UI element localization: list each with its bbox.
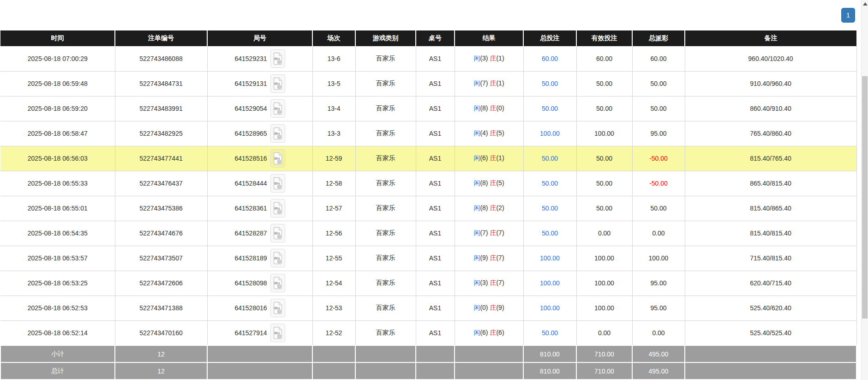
- table-row[interactable]: 2025-08-18 06:53:57522743473507641528189…: [0, 246, 856, 271]
- round-group: 641529054: [234, 99, 285, 118]
- cell-bet-id: 522743482925: [115, 121, 207, 146]
- table-row[interactable]: 2025-08-18 06:58:47522743482925641528965…: [0, 121, 856, 146]
- cell-bet-id: 522743484731: [115, 71, 207, 96]
- scrollbar-thumb[interactable]: [862, 76, 868, 319]
- cell-session: 12-54: [312, 271, 355, 296]
- cell-remark: 715.40/815.40: [685, 246, 856, 271]
- round-group: 641528189: [234, 249, 285, 267]
- cell-total-payout: -50.00: [632, 171, 685, 196]
- cell-total-bet: 60.00: [523, 46, 576, 71]
- video-file-icon: [273, 177, 283, 190]
- round-number: 641528516: [234, 155, 267, 162]
- result-banker-label: 庄: [490, 129, 496, 137]
- table-row[interactable]: 2025-08-18 06:55:01522743475386641528361…: [0, 196, 856, 221]
- table-footer: 小计12810.00710.00495.00总计12810.00710.0049…: [0, 345, 856, 380]
- video-file-icon: [273, 127, 283, 140]
- summary-label: 小计: [0, 345, 115, 362]
- video-file-icon: [273, 326, 283, 339]
- round-group: 641528965: [234, 124, 285, 143]
- result-banker-label: 庄: [490, 204, 496, 211]
- round-group: 641528016: [234, 299, 285, 317]
- video-replay-button[interactable]: [270, 74, 285, 93]
- summary-remark: [685, 362, 856, 380]
- cell-game-type: 百家乐: [355, 171, 416, 196]
- pagination-page-1[interactable]: 1: [841, 8, 855, 23]
- cell-session: 12-58: [312, 171, 355, 196]
- total-bet-link[interactable]: 100.00: [540, 279, 560, 287]
- bet-records-table: 时间注单编号局号场次游戏类别桌号结果总投注有效投注总派彩备注 2025-08-1…: [0, 30, 857, 380]
- vertical-scrollbar[interactable]: [861, 0, 868, 380]
- table-row[interactable]: 2025-08-18 06:53:25522743472606641528098…: [0, 271, 856, 296]
- cell-round-id: 641528516: [207, 146, 312, 171]
- round-number: 641529131: [234, 80, 267, 87]
- total-bet-link[interactable]: 50.00: [542, 205, 558, 212]
- result-player-value: (6): [480, 329, 488, 336]
- round-number: 641528016: [234, 304, 267, 312]
- total-bet-link[interactable]: 100.00: [540, 130, 560, 137]
- table-row[interactable]: 2025-08-18 06:55:33522743476437641528444…: [0, 171, 856, 196]
- table-row[interactable]: 2025-08-18 06:52:14522743470160641527914…: [0, 320, 856, 345]
- cell-total-bet: 50.00: [523, 196, 576, 221]
- scrollbar-up-arrow-icon[interactable]: [863, 2, 868, 6]
- video-replay-button[interactable]: [270, 124, 285, 143]
- video-replay-button[interactable]: [270, 324, 285, 342]
- table-row[interactable]: 2025-08-18 07:00:29522743486088641529231…: [0, 46, 856, 71]
- total-bet-link[interactable]: 100.00: [540, 304, 560, 312]
- total-bet-link[interactable]: 50.00: [542, 180, 558, 187]
- cell-table-no: AS1: [416, 146, 455, 171]
- cell-bet-id: 522743486088: [115, 46, 207, 71]
- total-bet-link[interactable]: 50.00: [542, 155, 558, 162]
- result-banker-value: (9): [496, 304, 504, 311]
- total-bet-link[interactable]: 60.00: [542, 55, 558, 62]
- cell-game-type: 百家乐: [355, 320, 416, 345]
- cell-total-bet: 50.00: [523, 146, 576, 171]
- cell-total-bet: 100.00: [523, 271, 576, 296]
- total-bet-link[interactable]: 50.00: [542, 329, 558, 337]
- cell-table-no: AS1: [416, 246, 455, 271]
- total-bet-link[interactable]: 50.00: [542, 80, 558, 87]
- cell-round-id: 641528287: [207, 221, 312, 246]
- cell-game-type: 百家乐: [355, 271, 416, 296]
- video-replay-button[interactable]: [270, 224, 285, 242]
- cell-time: 2025-08-18 06:53:57: [0, 246, 115, 271]
- summary-count: 12: [115, 345, 207, 362]
- video-replay-button[interactable]: [270, 99, 285, 118]
- summary-total-payout: 495.00: [632, 345, 685, 362]
- cell-table-no: AS1: [416, 121, 455, 146]
- topbar: 1: [0, 0, 868, 30]
- table-row[interactable]: 2025-08-18 06:54:35522743474676641528287…: [0, 221, 856, 246]
- video-replay-button[interactable]: [270, 249, 285, 267]
- video-replay-button[interactable]: [270, 149, 285, 168]
- summary-total-payout: 495.00: [632, 362, 685, 380]
- summary-empty-cell: [355, 345, 416, 362]
- cell-total-payout: 95.00: [632, 121, 685, 146]
- total-bet-link[interactable]: 50.00: [542, 229, 558, 237]
- table-row[interactable]: 2025-08-18 06:59:20522743483991641529054…: [0, 96, 856, 121]
- column-header-total-bet: 总投注: [523, 30, 576, 46]
- video-replay-button[interactable]: [270, 49, 285, 68]
- cell-result: 闲(0) 庄(9): [455, 296, 523, 320]
- video-replay-button[interactable]: [270, 274, 285, 292]
- cell-game-type: 百家乐: [355, 146, 416, 171]
- result-banker-value: (1): [496, 54, 504, 62]
- table-row[interactable]: 2025-08-18 06:56:03522743477441641528516…: [0, 146, 856, 171]
- cell-session: 13-5: [312, 71, 355, 96]
- video-replay-button[interactable]: [270, 299, 285, 317]
- total-bet-link[interactable]: 50.00: [542, 105, 558, 112]
- round-number: 641529054: [234, 105, 267, 112]
- cell-time: 2025-08-18 06:55:01: [0, 196, 115, 221]
- total-bet-link[interactable]: 100.00: [540, 254, 560, 262]
- table-row[interactable]: 2025-08-18 06:59:48522743484731641529131…: [0, 71, 856, 96]
- column-header-round-id: 局号: [207, 30, 312, 46]
- cell-total-bet: 50.00: [523, 320, 576, 345]
- result-player-label: 闲: [473, 154, 480, 162]
- round-number: 641528189: [234, 254, 267, 262]
- round-group: 641528444: [234, 174, 285, 193]
- video-replay-button[interactable]: [270, 174, 285, 193]
- cell-session: 12-55: [312, 246, 355, 271]
- video-replay-button[interactable]: [270, 199, 285, 217]
- cell-total-payout: 50.00: [632, 96, 685, 121]
- result-player-label: 闲: [473, 279, 480, 286]
- table-row[interactable]: 2025-08-18 06:52:53522743471388641528016…: [0, 296, 856, 320]
- round-group: 641528098: [234, 274, 285, 292]
